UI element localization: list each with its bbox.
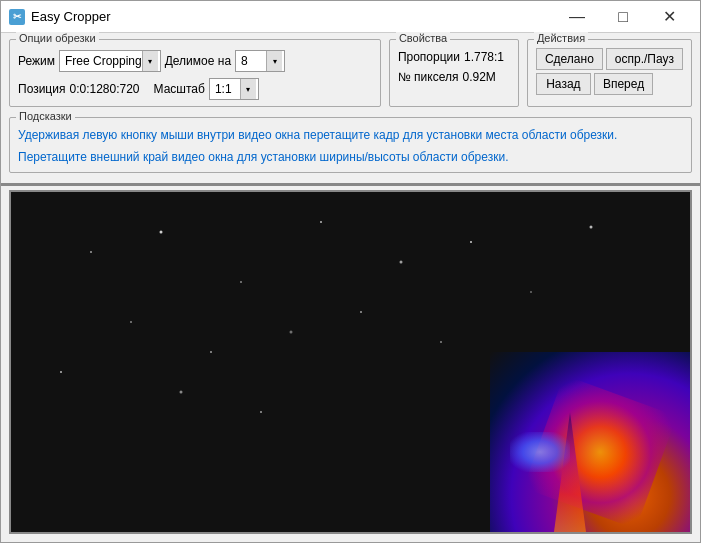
svg-point-7 [590, 226, 593, 229]
hints-box: Подсказки Удерживая левую кнопку мыши вн… [9, 117, 692, 173]
actions-group: Действия Сделано оспр./Пауз Назад Вперед [527, 39, 692, 107]
divider [1, 183, 700, 186]
mode-dropdown-arrow: ▾ [142, 51, 158, 71]
minimize-button[interactable]: — [554, 1, 600, 33]
svg-point-10 [290, 331, 293, 334]
ratio-label: Пропорции [398, 50, 460, 64]
mode-dropdown-value: Free Cropping [62, 54, 142, 68]
svg-point-9 [210, 351, 212, 353]
hint-line1: Удерживая левую кнопку мыши внутри видео… [18, 126, 683, 144]
forward-button[interactable]: Вперед [594, 73, 653, 95]
video-area[interactable] [9, 190, 692, 534]
top-btn-row: Сделано оспр./Пауз [536, 48, 683, 70]
mode-dropdown[interactable]: Free Cropping ▾ [59, 50, 161, 72]
mode-row: Режим Free Cropping ▾ Делимое на 8 ▾ [18, 50, 372, 72]
divide-dropdown-arrow: ▾ [266, 51, 282, 71]
video-content [11, 192, 690, 532]
title-bar: ✂ Easy Cropper — □ ✕ [1, 1, 700, 33]
svg-point-14 [180, 391, 183, 394]
ratio-value: 1.778:1 [464, 50, 504, 64]
crop-options-title: Опции обрезки [16, 32, 99, 44]
pixels-label: № пикселя [398, 70, 459, 84]
maximize-button[interactable]: □ [600, 1, 646, 33]
svg-point-13 [60, 371, 62, 373]
app-icon: ✂ [9, 9, 25, 25]
pixels-row: № пикселя 0.92M [398, 70, 510, 84]
divide-dropdown-value: 8 [238, 54, 266, 68]
mode-label: Режим [18, 54, 55, 68]
svg-point-15 [260, 411, 262, 413]
svg-point-12 [440, 341, 442, 343]
main-window: ✂ Easy Cropper — □ ✕ Опции обрезки Режим… [0, 0, 701, 543]
svg-point-4 [400, 261, 403, 264]
bottom-btn-row: Назад Вперед [536, 73, 683, 95]
svg-point-3 [320, 221, 322, 223]
position-row: Позиция 0:0:1280:720 Масштаб 1:1 ▾ [18, 78, 372, 100]
back-button[interactable]: Назад [536, 73, 591, 95]
scale-label: Масштаб [154, 82, 205, 96]
svg-point-1 [160, 231, 163, 234]
scale-dropdown-value: 1:1 [212, 82, 240, 96]
video-stars [11, 192, 690, 532]
divide-label: Делимое на [165, 54, 231, 68]
pixels-value: 0.92M [462, 70, 495, 84]
play-pause-button[interactable]: оспр./Пауз [606, 48, 683, 70]
svg-point-5 [470, 241, 472, 243]
hints-title: Подсказки [16, 110, 75, 122]
window-title: Easy Cropper [31, 9, 554, 24]
svg-point-6 [530, 291, 532, 293]
svg-point-11 [360, 311, 362, 313]
stars-svg [11, 192, 690, 532]
done-button[interactable]: Сделано [536, 48, 603, 70]
ratio-row: Пропорции 1.778:1 [398, 50, 510, 64]
hints-area: Подсказки Удерживая левую кнопку мыши вн… [1, 113, 700, 179]
divide-dropdown[interactable]: 8 ▾ [235, 50, 285, 72]
svg-point-2 [240, 281, 242, 283]
window-controls: — □ ✕ [554, 1, 692, 33]
crop-options-group: Опции обрезки Режим Free Cropping ▾ Дели… [9, 39, 381, 107]
position-label: Позиция [18, 82, 65, 96]
scale-dropdown[interactable]: 1:1 ▾ [209, 78, 259, 100]
action-buttons: Сделано оспр./Пауз Назад Вперед [536, 48, 683, 95]
close-button[interactable]: ✕ [646, 1, 692, 33]
svg-point-0 [90, 251, 92, 253]
hint-line2: Перетащите внешний край видео окна для у… [18, 148, 683, 166]
properties-group: Свойства Пропорции 1.778:1 № пикселя 0.9… [389, 39, 519, 107]
properties-title: Свойства [396, 32, 450, 44]
actions-title: Действия [534, 32, 588, 44]
controls-row: Опции обрезки Режим Free Cropping ▾ Дели… [9, 39, 692, 107]
scale-dropdown-arrow: ▾ [240, 79, 256, 99]
controls-area: Опции обрезки Режим Free Cropping ▾ Дели… [1, 33, 700, 113]
svg-point-8 [130, 321, 132, 323]
position-value: 0:0:1280:720 [69, 82, 139, 96]
